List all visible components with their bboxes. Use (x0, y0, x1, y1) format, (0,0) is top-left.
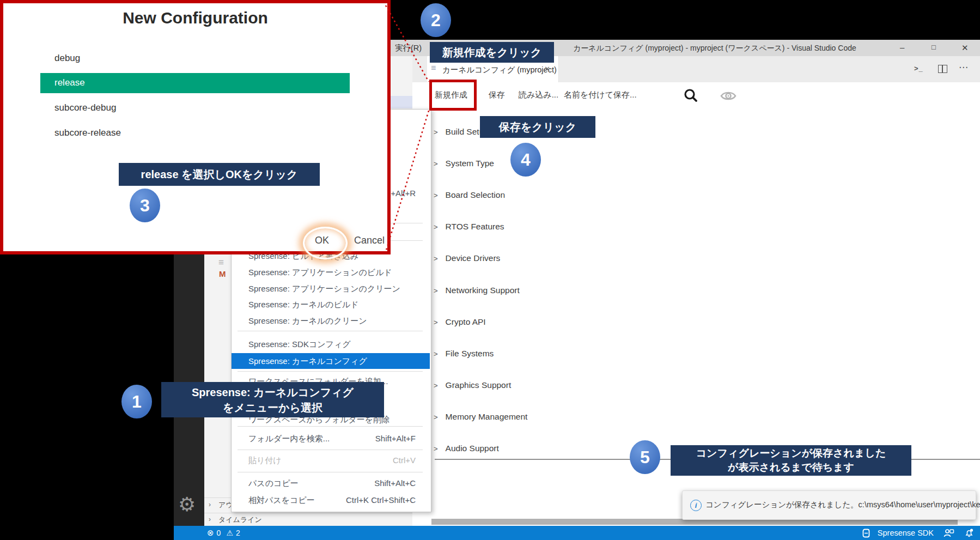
new-button-highlight-box (429, 80, 477, 111)
minimize-icon[interactable]: – (900, 43, 904, 52)
tree-item-file-systems[interactable]: >File Systems (434, 347, 630, 360)
menu-item-label: Spresense: SDKコンフィグ (248, 338, 351, 350)
close-window-icon[interactable]: ✕ (961, 43, 969, 53)
menu-item-label: Spresense: カーネルコンフィグ (248, 353, 367, 369)
feedback-icon[interactable] (944, 529, 954, 537)
chevron-right-icon: > (434, 445, 438, 453)
bell-icon[interactable] (964, 528, 974, 538)
menu-item-shortcut: Shift+Alt+F (375, 433, 416, 445)
chevron-right-icon: > (434, 350, 438, 358)
config-option-subcore-debug[interactable]: subcore-debug (54, 101, 116, 114)
config-option-subcore-release[interactable]: subcore-release (54, 126, 121, 139)
load-button[interactable]: 読み込み... (519, 88, 558, 101)
step-circle-4: 4 (510, 143, 541, 177)
timeline-section[interactable]: › タイムライン (204, 513, 412, 526)
tree-item-label: Crypto API (446, 317, 486, 326)
menu-item-sdk-config[interactable]: Spresense: SDKコンフィグ (232, 338, 430, 350)
timeline-label: タイムライン (218, 515, 262, 525)
callout-step5: コンフィグレーションが保存されました が表示されるまで待ちます (671, 445, 911, 476)
file-list-icon: ≡ (218, 257, 224, 268)
step-circle-1: 1 (121, 385, 152, 418)
menu-separator (238, 426, 423, 427)
visibility-eye-icon[interactable] (720, 90, 736, 102)
git-modified-badge: M (219, 269, 226, 278)
ok-button[interactable]: OK (315, 235, 329, 246)
terminal-icon[interactable]: >_ (914, 64, 923, 72)
callout-text: をメニューから選択 (223, 400, 322, 415)
menubar-item-run[interactable]: 実行(R) (395, 43, 422, 53)
screenshot-canvas: 実行(R) カーネルコンフィグ (myproject) - myproject … (0, 0, 980, 540)
notification-message: コンフィグレーションが保存されました。c:\msys64\home\user\m… (705, 500, 980, 510)
menu-item-copy-relative-path[interactable]: 相対パスをコピー Ctrl+K Ctrl+Shift+C (232, 494, 430, 506)
callout-text: Spresense: カーネルコンフィグ (192, 385, 354, 400)
step-circle-2: 2 (421, 3, 451, 37)
callout-text: 保存をクリック (499, 120, 576, 135)
device-icon[interactable] (862, 529, 870, 538)
split-editor-icon[interactable] (938, 65, 947, 73)
menu-item-copy-path[interactable]: パスのコピー Shift+Alt+C (232, 477, 430, 489)
sdk-status-label[interactable]: Spresense SDK (878, 529, 934, 537)
menu-item-find-in-folder[interactable]: フォルダー内を検索... Shift+Alt+F (232, 433, 430, 445)
tree-item-device-drivers[interactable]: >Device Drivers (434, 252, 630, 265)
notification-toast[interactable]: i コンフィグレーションが保存されました。c:\msys64\home\user… (682, 490, 976, 520)
callout-text: コンフィグレーションが保存されました (696, 446, 886, 460)
config-option-release[interactable]: release (54, 76, 85, 89)
chevron-right-icon: > (434, 318, 438, 326)
chevron-right-icon: > (434, 191, 438, 199)
config-option-debug[interactable]: debug (54, 52, 80, 65)
menu-item-paste: 貼り付け Ctrl+V (232, 454, 430, 466)
menu-item-app-clean[interactable]: Spresense: アプリケーションのクリーン (232, 283, 430, 295)
tab-close-icon[interactable]: ✕ (544, 65, 550, 73)
save-button[interactable]: 保存 (489, 88, 505, 101)
callout-step3: release を選択しOKをクリック (119, 163, 320, 186)
gear-icon[interactable]: ⚙ (178, 495, 196, 514)
menu-item-label: Spresense: アプリケーションのビルド (248, 266, 392, 278)
menu-item-shortcut: Shift+Alt+C (374, 477, 416, 489)
callout-step4: 保存をクリック (480, 116, 595, 138)
menu-separator (238, 371, 423, 372)
tree-item-memory-management[interactable]: >Memory Management (434, 410, 630, 423)
tree-item-audio-support[interactable]: >Audio Support (434, 442, 630, 455)
menu-item-shortcut: Ctrl+K Ctrl+Shift+C (346, 494, 416, 506)
menu-item-app-build[interactable]: Spresense: アプリケーションのビルド (232, 266, 430, 278)
more-actions-icon[interactable]: ⋯ (959, 62, 968, 73)
tree-item-crypto-api[interactable]: >Crypto API (434, 315, 630, 329)
chevron-right-icon: > (434, 287, 438, 295)
menu-item-shortcut: Ctrl+V (393, 454, 416, 466)
tree-item-networking-support[interactable]: >Networking Support (434, 284, 630, 297)
menu-item-label: パスのコピー (248, 477, 299, 489)
chevron-right-icon: › (209, 515, 211, 523)
menu-item-kernel-clean[interactable]: Spresense: カーネルのクリーン (232, 315, 430, 327)
tree-item-label: Audio Support (446, 444, 499, 453)
chevron-right-icon: > (434, 128, 438, 136)
save-as-button[interactable]: 名前を付けて保存... (564, 88, 637, 101)
chevron-right-icon: > (434, 223, 438, 231)
tree-item-graphics-support[interactable]: >Graphics Support (434, 379, 630, 392)
status-bar: ⊗ 0 ⚠ 2 Spresense SDK (174, 526, 980, 540)
maximize-icon[interactable]: □ (932, 43, 936, 51)
callout-step1: Spresense: カーネルコンフィグ をメニューから選択 (161, 382, 384, 417)
tree-item-label: File Systems (446, 349, 494, 358)
menu-item-kernel-build[interactable]: Spresense: カーネルのビルド (232, 299, 430, 311)
search-icon[interactable] (683, 88, 699, 104)
tree-item-board-selection[interactable]: >Board Selection (434, 189, 630, 202)
menu-item-label: Spresense: アプリケーションのクリーン (248, 283, 400, 295)
warning-count[interactable]: 2 (236, 529, 240, 537)
menu-separator (238, 450, 423, 450)
step-circle-5: 5 (630, 440, 660, 474)
errors-icon[interactable]: ⊗ (207, 528, 214, 538)
cancel-button[interactable]: Cancel (354, 235, 385, 246)
error-count[interactable]: 0 (217, 529, 221, 537)
chevron-right-icon: > (434, 381, 438, 390)
warnings-icon[interactable]: ⚠ (226, 529, 233, 537)
tree-item-rtos-features[interactable]: >RTOS Features (434, 220, 630, 233)
step-circle-3: 3 (130, 189, 160, 222)
tab-file-icon: ≡ (431, 63, 436, 73)
callout-text: 新規作成をクリック (442, 45, 541, 60)
menu-item-kernel-config-selected[interactable]: Spresense: カーネルコンフィグ (232, 353, 430, 369)
callout-text: release を選択しOKをクリック (141, 167, 298, 182)
tree-item-label: RTOS Features (446, 222, 504, 231)
tree-item-label: Board Selection (446, 190, 505, 199)
tree-item-label: System Type (446, 159, 494, 168)
menu-item-label: 相対パスをコピー (248, 494, 315, 506)
